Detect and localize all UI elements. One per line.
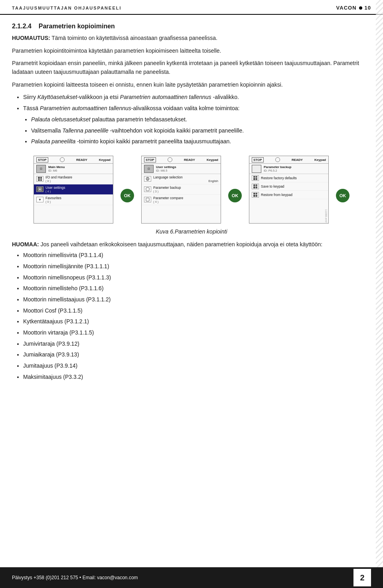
panel-3-header: STOP READY Keypad	[249, 156, 328, 164]
panel-1-item-0-label: I/O and Hardware	[45, 175, 111, 179]
right-stripe	[376, 0, 383, 567]
panel-2-item-1-sub: ( 3 )	[153, 190, 218, 193]
panel-3-keypad: Keypad	[314, 158, 326, 162]
panel-1: STOP READY Keypad ⊡ Main Menu ID: M6	[34, 156, 113, 224]
svg-rect-6	[146, 198, 149, 201]
panel-1-item-1: User settings ( 4 )	[34, 184, 113, 195]
panel-2-header: STOP READY Keypad	[142, 156, 221, 164]
panel-3-item-1-icon	[252, 184, 259, 189]
panel-3-item-2: Restore from keypad	[249, 191, 328, 199]
panel-2: STOP READY Keypad ⊡ User settings ID: M6…	[141, 156, 221, 224]
param-item: Moottorin nimellistaajuus (P3.1.1.2)	[23, 295, 371, 304]
brand-dot	[359, 6, 362, 10]
panel-1-item-1-icon	[36, 186, 43, 192]
panel-2-item-2-icon	[144, 197, 151, 202]
panel-1-item-2-label: Favourites	[45, 196, 111, 200]
panel-2-stop: STOP	[144, 157, 156, 162]
panel-2-keypad: Keypad	[207, 158, 218, 162]
panel-3-menu-title: Parameter backup	[264, 165, 291, 169]
panel-3-item-0: Restore factory defaults	[249, 174, 328, 182]
panel-3-item-0-label: Restore factory defaults	[261, 176, 326, 180]
panel-2-item-0-icon	[144, 176, 151, 182]
panel-1-item-1-sub: ( 4 )	[45, 190, 111, 193]
ok-button-2: OK	[228, 189, 242, 202]
panel-2-item-1-icon	[144, 186, 151, 192]
panel-2-item-2-label: Parameter compare	[153, 196, 218, 200]
sub-bullet-list: Palauta oletusasetukset palauttaa parame…	[31, 115, 371, 146]
panel-1-item-0: I/O and Hardware ( 8 )	[34, 174, 113, 184]
section-title: 2.1.2.4 Parametrien kopioiminen	[12, 23, 371, 30]
svg-rect-1	[39, 188, 41, 190]
svg-rect-5	[146, 188, 149, 191]
footer-page-number: 2	[353, 569, 371, 586]
param-item: Moottorin virtaraja (P3.1.1.5)	[23, 329, 371, 337]
panel-2-item-0-sub: English	[153, 179, 218, 183]
section-number: 2.1.2.4	[12, 23, 32, 30]
panel-3-display: Parameter backup ID: P6.5.2	[249, 164, 328, 174]
param-item: Moottorin nimellisteho (P3.1.1.6)	[23, 284, 371, 293]
panel-3-item-1: Save to keypad	[249, 182, 328, 191]
figure-area: STOP READY Keypad ⊡ Main Menu ID: M6	[12, 156, 371, 224]
panel-1-header: STOP READY Keypad	[34, 156, 113, 164]
panel-1-menu-title: Main Menu	[48, 165, 65, 169]
figure-caption: Kuva 6.Parametrien kopiointi	[12, 228, 371, 236]
main-content: 2.1.2.4 Parametrien kopioiminen HUOMAUTU…	[0, 15, 383, 418]
bullet-item-3: Palauta oletusasetukset palauttaa parame…	[31, 115, 371, 124]
panel-3-display-icon	[252, 165, 261, 173]
panel-1-id: ID: M6	[48, 169, 65, 172]
panel-2-item-2: Parameter compare ( 4 )	[142, 195, 221, 205]
panel-2-display: ⊡ User settings ID: M6.5	[142, 164, 221, 174]
panel-1-ready: READY	[76, 158, 87, 162]
huomaa-label: HUOMAA:	[12, 241, 39, 247]
panel-2-id: ID: M6.5	[156, 169, 176, 172]
bullet-item-2: Tässä Parametrien automaattinen tallennu…	[23, 104, 371, 113]
panel-1-item-0-icon	[36, 176, 43, 182]
ok-button-3: OK	[336, 189, 349, 202]
header-brand: VACON 10	[336, 5, 371, 11]
param-item: Kytkentätaajuus (P3.1.2.1)	[23, 317, 371, 326]
param-item: Maksimitaajuus (P3.3.2)	[23, 373, 371, 382]
param-item: Jumivirtaraja (P3.9.12)	[23, 340, 371, 348]
panel-3-id: ID: P6.5.2	[264, 169, 291, 172]
paragraph-3: Parametrit kopioidaan ensin paneeliin, m…	[12, 59, 371, 76]
panel-3: STOP READY Keypad Parameter backup ID: P…	[249, 156, 329, 224]
panel-2-item-1: Parameter backup ( 3 )	[142, 184, 221, 195]
paragraph-4: Parametrien kopiointi laitteesta toiseen…	[12, 81, 371, 89]
panel-image-label: 11088.emf	[325, 209, 328, 222]
panel-2-display-icon: ⊡	[144, 165, 154, 173]
panel-3-item-2-icon	[252, 192, 259, 198]
ok-button-1: OK	[120, 189, 134, 202]
panel-1-display-icon: ⊡	[36, 165, 46, 173]
paragraph-1-text: Tämä toiminto on käytettävissä ainoastaa…	[50, 35, 217, 41]
param-item: Moottorin nimellisjännite (P3.1.1.1)	[23, 262, 371, 271]
panel-3-ready: READY	[292, 158, 303, 162]
paragraph-1: HUOMAUTUS: Tämä toiminto on käytettäviss…	[12, 34, 371, 43]
param-item: Moottorin nimellisnopeus (P3.1.1.3)	[23, 273, 371, 282]
panel-1-item-1-label: User settings	[45, 186, 111, 190]
params-list: Moottorin nimellisvirta (P3.1.1.4)Mootto…	[23, 251, 371, 381]
panel-1-display: ⊡ Main Menu ID: M6	[34, 164, 113, 174]
panel-1-keypad: Keypad	[99, 158, 111, 162]
panel-3-item-0-icon	[252, 175, 259, 181]
huomaa-text: Jos paneeli vaihdetaan erikokokoiseen ta…	[39, 241, 323, 247]
brand-name: VACON	[336, 5, 357, 11]
panel-1-item-2: ♥ Favourites ( 0 )	[34, 195, 113, 205]
panel-2-item-0-label: Language selection	[153, 175, 218, 179]
panel-1-stop: STOP	[36, 157, 48, 162]
brand-number: 10	[365, 5, 371, 11]
section-heading: Parametrien kopioiminen	[39, 23, 115, 30]
panel-3-item-1-label: Save to keypad	[261, 184, 326, 188]
footer-contact: Päivystys +358 (0)201 212 575 • Email: v…	[12, 575, 138, 580]
paragraph-2: Parametrien kopiointitoimintoa käytetään…	[12, 47, 371, 55]
panel-1-item-2-sub: ( 0 )	[45, 200, 111, 204]
bullet-item-1: Siirry Käyttöasetukset-valikkoon ja etsi…	[23, 93, 371, 102]
huomaa-paragraph: HUOMAA: Jos paneeli vaihdetaan erikokoko…	[12, 240, 371, 249]
param-item: Jumitaajuus (P3.9.14)	[23, 362, 371, 370]
bullet-item-5: Palauta paneelilta -toiminto kopioi kaik…	[31, 137, 371, 146]
panel-3-stop: STOP	[252, 157, 264, 162]
param-item: Moottorin nimellisvirta (P3.1.1.4)	[23, 251, 371, 260]
huomaa-section: HUOMAA: Jos paneeli vaihdetaan erikokoko…	[12, 240, 371, 249]
bullet-list: Siirry Käyttöasetukset-valikkoon ja etsi…	[23, 93, 371, 146]
panel-1-item-2-icon: ♥	[36, 197, 43, 202]
panel-2-item-2-sub: ( 4 )	[153, 200, 218, 204]
